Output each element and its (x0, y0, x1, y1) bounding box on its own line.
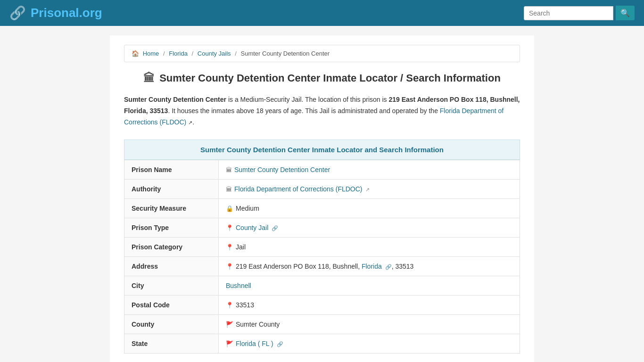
row-icon: 🚩 (226, 321, 233, 328)
table-cell-value: 📍33513 (219, 296, 520, 315)
table-row: Authority🏛Florida Department of Correcti… (124, 180, 520, 199)
breadcrumb-sep3: / (235, 50, 237, 57)
breadcrumb: 🏠 Home / Florida / County Jails / Sumter… (124, 45, 520, 62)
table-cell-value: 🔒Medium (219, 199, 520, 218)
logo-icon: 🔗 (9, 5, 26, 21)
site-header: 🔗 Prisonal.org 🔍 (0, 0, 644, 26)
table-cell-value: 🏛Sumter County Detention Center (219, 160, 520, 180)
breadcrumb-current: Sumter County Detention Center (241, 50, 330, 57)
desc-end: . (192, 118, 194, 126)
desc-part1: is a Medium-Security Jail. The location … (228, 96, 389, 103)
table-row: Security Measure🔒Medium (124, 199, 520, 218)
breadcrumb-sep1: / (163, 50, 165, 57)
table-row: County🚩Sumter County (124, 315, 520, 334)
desc-part2: . It houses the inmates above 18 years o… (168, 107, 439, 115)
table-cell-value: 🚩Florida ( FL ) 🔗 (219, 334, 520, 354)
link-icon: 🔗 (272, 225, 278, 231)
logo-suffix: .org (79, 6, 102, 20)
breadcrumb-sep2: / (192, 50, 194, 57)
page-title: 🏛 Sumter County Detention Center Inmate … (124, 72, 520, 85)
logo-main: Prisonal (31, 6, 79, 20)
table-row: Prison Type📍County Jail 🔗 (124, 218, 520, 238)
section-header: Sumter County Detention Center Inmate Lo… (124, 140, 520, 160)
table-row: Postal Code📍33513 (124, 296, 520, 315)
row-icon: 📍 (226, 244, 233, 251)
info-table: Prison Name🏛Sumter County Detention Cent… (124, 160, 520, 354)
home-icon: 🏠 (132, 50, 139, 57)
search-button[interactable]: 🔍 (616, 6, 635, 20)
breadcrumb-florida[interactable]: Florida (169, 50, 188, 57)
state-link[interactable]: Florida (362, 263, 382, 270)
link-icon: 🔗 (385, 264, 392, 270)
table-cell-value: 🚩Sumter County (219, 315, 520, 334)
table-cell-value: Bushnell (219, 276, 520, 296)
row-icon: 🏛 (226, 166, 232, 173)
table-value-link[interactable]: Bushnell (226, 282, 251, 289)
description-block: Sumter County Detention Center is a Medi… (124, 94, 520, 128)
title-text: Sumter County Detention Center Inmate Lo… (159, 72, 501, 84)
table-cell-label: Security Measure (124, 199, 219, 218)
breadcrumb-home[interactable]: Home (143, 50, 159, 57)
external-link-icon: ↗ (365, 187, 370, 192)
row-icon: 📍 (226, 302, 233, 309)
table-value-text: Medium (236, 205, 259, 212)
table-value-text: 33513 (236, 301, 254, 309)
logo-text: Prisonal.org (31, 6, 102, 20)
table-value-text: Jail (236, 243, 246, 251)
table-cell-label: State (124, 334, 219, 354)
table-cell-value: 📍Jail (219, 238, 520, 257)
row-icon: 🔒 (226, 205, 233, 212)
row-icon: 📍 (226, 263, 233, 270)
table-row: CityBushnell (124, 276, 520, 296)
table-cell-value: 📍County Jail 🔗 (219, 218, 520, 238)
table-cell-label: Authority (124, 180, 219, 199)
table-value-link[interactable]: County Jail (236, 224, 268, 231)
main-container: 🏠 Home / Florida / County Jails / Sumter… (110, 35, 534, 362)
section-header-text: Sumter County Detention Center Inmate Lo… (200, 146, 444, 154)
row-icon: 🚩 (226, 340, 233, 347)
table-cell-value: 🏛Florida Department of Corrections (FLDO… (219, 180, 520, 199)
table-cell-label: Prison Type (124, 218, 219, 238)
table-cell-value: 📍219 East Anderson PO Box 118, Bushnell,… (219, 257, 520, 276)
link-icon: 🔗 (277, 341, 283, 347)
table-value-link[interactable]: Florida Department of Corrections (FLDOC… (234, 185, 363, 193)
logo-area: 🔗 Prisonal.org (9, 5, 102, 21)
table-cell-label: County (124, 315, 219, 334)
table-cell-label: City (124, 276, 219, 296)
table-value-link[interactable]: Sumter County Detention Center (234, 166, 330, 173)
title-building-icon: 🏛 (143, 72, 155, 85)
ext-icon: ↗ (188, 120, 192, 125)
table-row: Prison Name🏛Sumter County Detention Cent… (124, 160, 520, 180)
prison-name-bold: Sumter County Detention Center (124, 96, 226, 103)
table-cell-label: Postal Code (124, 296, 219, 315)
table-value-text: Sumter County (236, 321, 280, 328)
search-area: 🔍 (524, 6, 635, 20)
table-row: Address📍219 East Anderson PO Box 118, Bu… (124, 257, 520, 276)
table-cell-label: Address (124, 257, 219, 276)
row-icon: 📍 (226, 224, 233, 231)
state-link[interactable]: Florida ( FL ) (236, 340, 273, 347)
search-input[interactable] (524, 6, 613, 20)
breadcrumb-county-jails[interactable]: County Jails (198, 50, 231, 57)
row-icon: 🏛 (226, 186, 232, 193)
table-row: Prison Category📍Jail (124, 238, 520, 257)
table-cell-label: Prison Name (124, 160, 219, 180)
table-row: State🚩Florida ( FL ) 🔗 (124, 334, 520, 354)
table-cell-label: Prison Category (124, 238, 219, 257)
